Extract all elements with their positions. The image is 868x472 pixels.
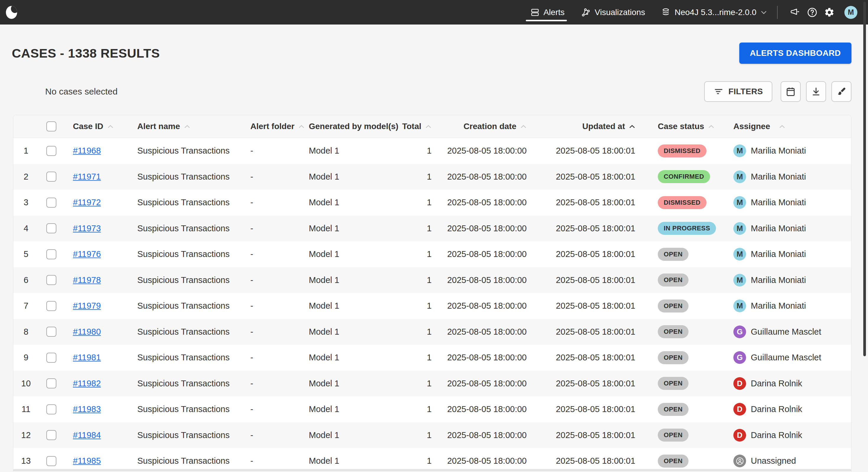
alerts-dashboard-button[interactable]: ALERTS DASHBOARD — [739, 42, 851, 64]
row-checkbox[interactable] — [46, 456, 56, 466]
case-id-link[interactable]: #11968 — [73, 146, 101, 156]
case-id-link[interactable]: #11978 — [73, 275, 101, 285]
calendar-button[interactable] — [781, 81, 801, 102]
updated-at-cell: 2025-08-05 18:00:01 — [533, 456, 643, 466]
row-index: 2 — [13, 172, 39, 182]
row-index: 1 — [13, 146, 39, 156]
updated-at-cell: 2025-08-05 18:00:01 — [533, 301, 643, 311]
select-all-checkbox[interactable] — [46, 121, 56, 131]
header-total[interactable]: Total — [402, 122, 436, 131]
row-checkbox[interactable] — [46, 198, 56, 208]
row-checkbox[interactable] — [46, 249, 56, 259]
header-generated-by[interactable]: Generated by model(s) — [304, 122, 402, 131]
generated-by-cell: Model 1 — [304, 249, 402, 259]
total-cell: 1 — [402, 353, 436, 362]
case-id-link[interactable]: #11983 — [73, 404, 101, 414]
creation-date-cell: 2025-08-05 18:00:00 — [436, 224, 533, 233]
alert-folder-cell: - — [248, 404, 304, 414]
case-id-link[interactable]: #11979 — [73, 301, 101, 311]
row-checkbox[interactable] — [46, 327, 56, 337]
case-id-link[interactable]: #11982 — [73, 379, 101, 388]
announcements-button[interactable] — [786, 4, 804, 21]
vertical-scrollbar-thumb[interactable] — [863, 2, 866, 356]
header-creation-date[interactable]: Creation date — [436, 122, 533, 131]
creation-date-cell: 2025-08-05 18:00:00 — [436, 430, 533, 440]
case-id-link[interactable]: #11973 — [73, 224, 101, 233]
table-row: 1 #11968 Suspicious Transactions - Model… — [13, 138, 851, 164]
table-body: 1 #11968 Suspicious Transactions - Model… — [13, 138, 851, 472]
header-updated-at[interactable]: Updated at — [533, 122, 643, 131]
table-header-row: Case ID Alert name Alert folder Generate… — [13, 115, 851, 138]
nav-tab-alerts[interactable]: Alerts — [530, 6, 565, 19]
database-selector[interactable]: Neo4J 5.3...rime-2.0.0 — [661, 8, 767, 17]
case-id-link[interactable]: #11985 — [73, 456, 101, 466]
header-case-id[interactable]: Case ID — [64, 122, 127, 131]
status-badge: OPEN — [658, 429, 688, 442]
alert-name-cell: Suspicious Transactions — [127, 198, 248, 207]
total-cell: 1 — [402, 379, 436, 388]
case-id-link[interactable]: #11984 — [73, 430, 101, 440]
row-checkbox[interactable] — [46, 404, 56, 414]
vertical-scrollbar[interactable] — [863, 0, 866, 472]
case-id-link[interactable]: #11976 — [73, 249, 101, 259]
case-id-link[interactable]: #11971 — [73, 172, 101, 182]
table-row: 7 #11979 Suspicious Transactions - Model… — [13, 293, 851, 319]
alert-folder-cell: - — [248, 224, 304, 233]
assignee-cell: M Marilia Moniati — [731, 274, 851, 287]
row-checkbox[interactable] — [46, 172, 56, 182]
header-alert-folder[interactable]: Alert folder — [248, 122, 304, 131]
user-avatar[interactable]: M — [844, 6, 857, 19]
table-row: 9 #11981 Suspicious Transactions - Model… — [13, 345, 851, 371]
updated-at-cell: 2025-08-05 18:00:01 — [533, 172, 643, 182]
row-checkbox[interactable] — [46, 378, 56, 388]
row-checkbox[interactable] — [46, 275, 56, 285]
row-index: 11 — [13, 404, 39, 414]
row-checkbox[interactable] — [46, 223, 56, 233]
person-circle-icon — [736, 456, 744, 466]
header-alert-name[interactable]: Alert name — [127, 122, 248, 131]
sort-chevron-icon — [520, 125, 527, 128]
creation-date-cell: 2025-08-05 18:00:00 — [436, 379, 533, 388]
table-row: 12 #11984 Suspicious Transactions - Mode… — [13, 422, 851, 448]
assignee-avatar: D — [733, 403, 746, 416]
generated-by-cell: Model 1 — [304, 379, 402, 388]
status-badge: OPEN — [658, 377, 688, 390]
creation-date-cell: 2025-08-05 18:00:00 — [436, 327, 533, 337]
horizontal-scrollbar[interactable] — [13, 469, 851, 471]
total-cell: 1 — [402, 275, 436, 285]
table-row: 13 #11985 Suspicious Transactions - Mode… — [13, 448, 851, 472]
cases-table: Case ID Alert name Alert folder Generate… — [13, 115, 851, 472]
assignee-cell: M Marilia Moniati — [731, 171, 851, 183]
brush-button[interactable] — [831, 81, 851, 102]
help-button[interactable] — [804, 4, 821, 21]
table-row: 10 #11982 Suspicious Transactions - Mode… — [13, 371, 851, 397]
page-title: CASES - 1338 RESULTS — [12, 46, 160, 61]
row-checkbox[interactable] — [46, 301, 56, 311]
status-badge: OPEN — [658, 351, 688, 364]
generated-by-cell: Model 1 — [304, 353, 402, 362]
alert-folder-cell: - — [248, 249, 304, 259]
row-checkbox[interactable] — [46, 353, 56, 363]
download-button[interactable] — [806, 81, 826, 102]
assignee-name: Marilia Moniati — [751, 301, 806, 311]
total-cell: 1 — [402, 172, 436, 182]
nav-tab-visualizations[interactable]: Visualizations — [581, 6, 646, 19]
table-row: 5 #11976 Suspicious Transactions - Model… — [13, 241, 851, 267]
case-id-link[interactable]: #11972 — [73, 198, 101, 207]
row-checkbox[interactable] — [46, 146, 56, 156]
alert-name-cell: Suspicious Transactions — [127, 224, 248, 233]
settings-button[interactable] — [821, 4, 838, 21]
row-checkbox[interactable] — [46, 430, 56, 440]
assignee-name: Marilia Moniati — [751, 249, 806, 259]
generated-by-cell: Model 1 — [304, 146, 402, 156]
assignee-name: Marilia Moniati — [751, 146, 806, 156]
case-id-link[interactable]: #11981 — [73, 353, 101, 362]
case-id-link[interactable]: #11980 — [73, 327, 101, 337]
header-assignee[interactable]: Assignee — [731, 122, 851, 131]
app-logo[interactable] — [6, 6, 17, 19]
network-graph-icon — [581, 8, 590, 17]
creation-date-cell: 2025-08-05 18:00:00 — [436, 353, 533, 362]
filters-button[interactable]: FILTERS — [704, 81, 772, 102]
header-case-status[interactable]: Case status — [643, 122, 731, 131]
updated-at-cell: 2025-08-05 18:00:01 — [533, 327, 643, 337]
